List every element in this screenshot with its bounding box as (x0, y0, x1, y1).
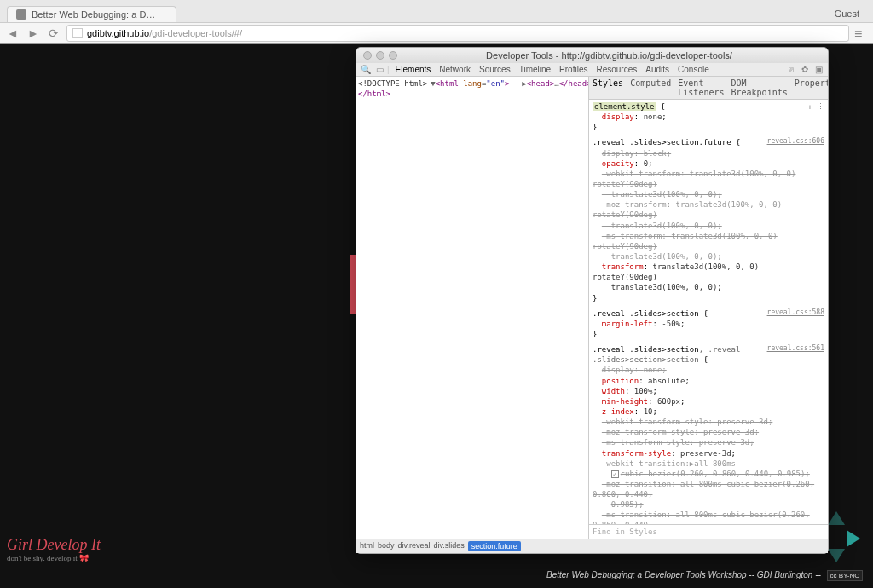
breadcrumb-item[interactable]: section.future (468, 541, 521, 551)
inspect-icon[interactable]: 🔍 (360, 65, 372, 74)
settings-icon[interactable]: ✿ (799, 65, 811, 74)
browser-tab[interactable]: Better Web Debugging: a D… (7, 6, 176, 22)
guest-badge[interactable]: Guest (830, 5, 864, 22)
footer-text: Better Web Debugging: a Developer Tools … (546, 570, 863, 581)
gdi-logo: Girl Develop It don't be shy. develop it… (7, 536, 101, 562)
styles-content[interactable]: element.style { + ⋮ display: none;}revea… (589, 100, 828, 524)
styles-panel: StylesComputedEvent ListenersDOM Breakpo… (589, 77, 828, 539)
url-path: /gdi-developer-tools/#/ (149, 28, 242, 38)
favicon-icon (16, 9, 26, 20)
devtools-tab-sources[interactable]: Sources (475, 63, 515, 76)
chrome-menu-icon[interactable]: ≡ (854, 26, 868, 40)
devtools-tab-resources[interactable]: Resources (592, 63, 641, 76)
breadcrumb-item[interactable]: div.reveal (398, 541, 431, 551)
reload-button[interactable]: ⟳ (46, 26, 61, 41)
devtools-tab-elements[interactable]: Elements (391, 63, 436, 76)
devtools-tab-network[interactable]: Network (435, 63, 475, 76)
console-toggle-icon[interactable]: ⎚ (785, 65, 797, 74)
devtools-window[interactable]: Developer Tools - http://gdibtv.github.i… (356, 47, 829, 554)
devtools-tab-audits[interactable]: Audits (641, 63, 674, 76)
nav-right-icon[interactable] (847, 530, 860, 547)
breadcrumb-item[interactable]: div.slides (433, 541, 464, 551)
traffic-lights[interactable] (363, 51, 397, 60)
styles-tab-styles[interactable]: Styles (593, 78, 623, 97)
styles-filter[interactable]: Find in Styles (589, 524, 828, 539)
tab-title: Better Web Debugging: a D… (32, 9, 155, 20)
styles-tab-dom-breakpoints[interactable]: DOM Breakpoints (731, 78, 787, 97)
page-icon (72, 28, 83, 38)
styles-tabs: StylesComputedEvent ListenersDOM Breakpo… (589, 77, 828, 100)
breadcrumb-item[interactable]: html (360, 541, 374, 551)
nav-up-icon[interactable] (828, 511, 845, 525)
devtools-tabbar: 🔍 ▭ | ElementsNetworkSourcesTimelineProf… (356, 63, 828, 77)
page-viewport: BI DEB A DEV Follow a gdibtv.g Girl Deve… (0, 44, 873, 588)
device-icon[interactable]: ▭ (373, 65, 385, 74)
devtools-tab-console[interactable]: Console (674, 63, 714, 76)
dock-icon[interactable]: ▣ (812, 65, 824, 74)
nav-down-icon[interactable] (828, 549, 845, 562)
back-button[interactable]: ◄ (5, 26, 20, 41)
gdi-tagline: don't be shy. develop it 🎀 (7, 554, 101, 562)
devtools-tab-timeline[interactable]: Timeline (515, 63, 555, 76)
styles-tab-properties[interactable]: Properties (795, 78, 828, 97)
license-badge: cc BY-NC (827, 570, 863, 581)
url-host: gdibtv.github.io (87, 28, 149, 38)
elements-panel[interactable]: <!DOCTYPE html>▼<html lang="en"> ▶<head>… (356, 77, 589, 539)
styles-tab-event-listeners[interactable]: Event Listeners (678, 78, 724, 97)
gdi-name: Girl Develop It (7, 536, 101, 554)
elements-breadcrumb[interactable]: htmlbodydiv.revealdiv.slidessection.futu… (356, 539, 828, 553)
styles-tab-computed[interactable]: Computed (630, 78, 671, 97)
forward-button[interactable]: ► (26, 26, 41, 41)
breadcrumb-item[interactable]: body (378, 541, 395, 551)
url-input[interactable]: gdibtv.github.io/gdi-developer-tools/#/ (66, 25, 849, 42)
devtools-title: Developer Tools - http://gdibtv.github.i… (397, 50, 821, 61)
browser-chrome: Better Web Debugging: a D… Guest ◄ ► ⟳ g… (0, 0, 873, 44)
devtools-tab-profiles[interactable]: Profiles (555, 63, 592, 76)
devtools-titlebar[interactable]: Developer Tools - http://gdibtv.github.i… (356, 48, 828, 63)
